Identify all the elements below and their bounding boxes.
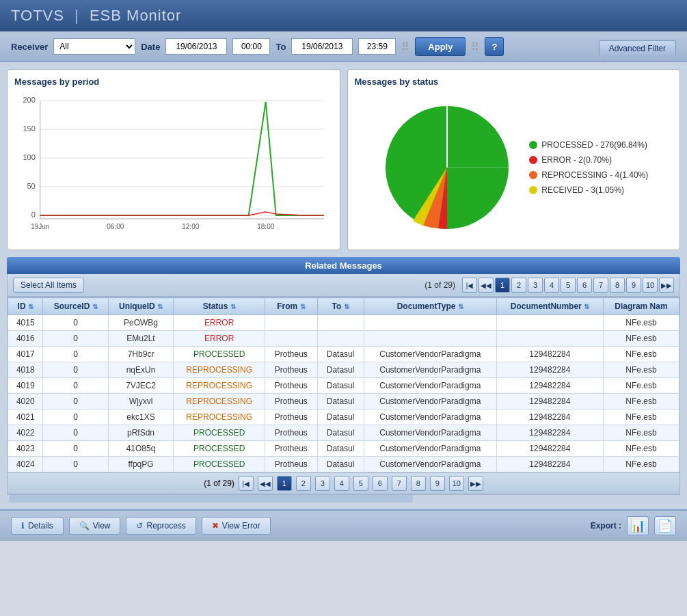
table-row[interactable]: 401707Hb9crPROCESSEDProtheusDatasulCusto… bbox=[8, 347, 679, 362]
col-doctype[interactable]: DocumentType ⇅ bbox=[364, 298, 496, 315]
page-7-btn[interactable]: 7 bbox=[593, 278, 608, 293]
bottom-page-8-btn[interactable]: 8 bbox=[411, 476, 426, 491]
col-to[interactable]: To ⇅ bbox=[317, 298, 364, 315]
time-to-input[interactable] bbox=[358, 38, 396, 55]
app-header: TOTVS | ESB Monitor bbox=[0, 0, 687, 31]
received-label: RECEIVED - 3(1.05%) bbox=[541, 185, 624, 195]
page-4-btn[interactable]: 4 bbox=[544, 278, 559, 293]
status-chart-panel: Messages by status bbox=[347, 69, 681, 250]
svg-text:12:00: 12:00 bbox=[182, 223, 199, 230]
export-excel-button[interactable]: 📊 bbox=[627, 516, 649, 535]
divider-icon: ⠿ bbox=[401, 40, 409, 53]
period-chart-svg: 200 150 100 50 0 19Jun 06:00 12:00 18:00 bbox=[14, 92, 333, 243]
select-all-button[interactable]: Select All Items bbox=[13, 278, 84, 293]
apply-button[interactable]: Apply bbox=[415, 37, 466, 56]
app-title: TOTVS | ESB Monitor bbox=[11, 7, 181, 25]
prev-page-btn[interactable]: ◀◀ bbox=[479, 278, 494, 293]
table-row[interactable]: 401907VJEC2REPROCESSINGProtheusDatasulCu… bbox=[8, 378, 679, 394]
bottom-page-2-btn[interactable]: 2 bbox=[296, 476, 311, 491]
period-chart-area: 200 150 100 50 0 19Jun 06:00 12:00 18:00 bbox=[14, 92, 333, 243]
reprocess-icon: ↺ bbox=[136, 521, 143, 531]
col-sourceid[interactable]: SourceID ⇅ bbox=[43, 298, 108, 315]
table-row[interactable]: 40200WjyxvlREPROCESSINGProtheusDatasulCu… bbox=[8, 394, 679, 410]
page-10-btn[interactable]: 10 bbox=[643, 278, 658, 293]
col-uniqueid[interactable]: UniqueID ⇅ bbox=[108, 298, 173, 315]
col-diagram[interactable]: Diagram Nam bbox=[603, 298, 679, 315]
page-2-btn[interactable]: 2 bbox=[511, 278, 526, 293]
data-table: ID ⇅ SourceID ⇅ UniqueID ⇅ Status ⇅ From… bbox=[8, 297, 679, 472]
table-row[interactable]: 40180nqExUnREPROCESSINGProtheusDatasulCu… bbox=[8, 362, 679, 378]
table-row[interactable]: 40160EMu2LtERRORNFe.esb bbox=[8, 331, 679, 347]
period-chart-title: Messages by period bbox=[14, 77, 333, 87]
details-button[interactable]: ℹ Details bbox=[11, 517, 64, 535]
col-id[interactable]: ID ⇅ bbox=[8, 298, 43, 315]
page-3-btn[interactable]: 3 bbox=[528, 278, 543, 293]
pagination-info-top: (1 of 29) bbox=[425, 280, 455, 290]
error-label: ERROR - 2(0.70%) bbox=[541, 155, 612, 165]
svg-text:150: 150 bbox=[23, 124, 35, 133]
bottom-page-5-btn[interactable]: 5 bbox=[353, 476, 368, 491]
svg-text:50: 50 bbox=[27, 182, 36, 190]
export-pdf-button[interactable]: 📄 bbox=[654, 516, 676, 535]
col-docnumber[interactable]: DocumentNumber ⇅ bbox=[496, 298, 603, 315]
time-from-input[interactable] bbox=[232, 38, 270, 55]
advanced-filter-tab[interactable]: Advanced Filter bbox=[599, 40, 676, 56]
legend-error: ERROR - 2(0.70%) bbox=[529, 155, 648, 165]
data-table-container: ID ⇅ SourceID ⇅ UniqueID ⇅ Status ⇅ From… bbox=[7, 297, 680, 473]
page-9-btn[interactable]: 9 bbox=[626, 278, 641, 293]
col-status[interactable]: Status ⇅ bbox=[174, 298, 265, 315]
table-row[interactable]: 40220pRfSdnPROCESSEDProtheusDatasulCusto… bbox=[8, 425, 679, 441]
bottom-page-7-btn[interactable]: 7 bbox=[392, 476, 407, 491]
table-row[interactable]: 4023041O85qPROCESSEDProtheusDatasulCusto… bbox=[8, 441, 679, 457]
pagination-bottom: (1 of 29) |◀ ◀◀ 1 2 3 4 5 6 7 8 9 10 ▶▶ bbox=[7, 473, 680, 494]
col-from[interactable]: From ⇅ bbox=[265, 298, 318, 315]
view-error-button[interactable]: ✖ View Error bbox=[202, 517, 271, 535]
processed-dot bbox=[529, 141, 537, 149]
reprocessing-label: REPROCESSING - 4(1.40%) bbox=[541, 170, 648, 180]
bottom-prev-page-btn[interactable]: ◀◀ bbox=[258, 476, 273, 491]
table-header-row: ID ⇅ SourceID ⇅ UniqueID ⇅ Status ⇅ From… bbox=[8, 298, 679, 315]
table-body: 40150PeOWBgERRORNFe.esb40160EMu2LtERRORN… bbox=[8, 315, 679, 472]
table-row[interactable]: 40150PeOWBgERRORNFe.esb bbox=[8, 315, 679, 331]
bottom-next-page-btn[interactable]: ▶▶ bbox=[468, 476, 483, 491]
page-6-btn[interactable]: 6 bbox=[577, 278, 592, 293]
table-row[interactable]: 40210ekc1XSREPROCESSINGProtheusDatasulCu… bbox=[8, 410, 679, 425]
bottom-page-1-btn[interactable]: 1 bbox=[277, 476, 292, 491]
bottom-page-10-btn[interactable]: 10 bbox=[449, 476, 464, 491]
info-icon: ℹ bbox=[21, 521, 25, 531]
bottom-page-6-btn[interactable]: 6 bbox=[373, 476, 388, 491]
next-page-btn[interactable]: ▶▶ bbox=[659, 278, 674, 293]
svg-text:0: 0 bbox=[31, 211, 36, 219]
svg-text:100: 100 bbox=[23, 153, 35, 161]
reprocess-button[interactable]: ↺ Reprocess bbox=[126, 517, 196, 535]
bottom-page-4-btn[interactable]: 4 bbox=[334, 476, 349, 491]
receiver-select[interactable]: All bbox=[53, 38, 135, 55]
received-dot bbox=[529, 186, 537, 194]
bottom-first-page-btn[interactable]: |◀ bbox=[239, 476, 254, 491]
separator: | bbox=[75, 7, 79, 24]
status-chart-area: PROCESSED - 276(96.84%) ERROR - 2(0.70%)… bbox=[355, 92, 673, 243]
period-chart-panel: Messages by period 200 150 100 50 0 19Ju… bbox=[7, 69, 340, 250]
to-label: To bbox=[275, 42, 286, 52]
horizontal-scrollbar[interactable] bbox=[7, 494, 680, 503]
date-from-input[interactable] bbox=[165, 38, 227, 55]
status-pie-svg bbox=[379, 99, 515, 236]
first-page-btn[interactable]: |◀ bbox=[462, 278, 477, 293]
view-button[interactable]: 🔍 View bbox=[69, 517, 121, 535]
help-button[interactable]: ? bbox=[485, 37, 504, 56]
legend-received: RECEIVED - 3(1.05%) bbox=[529, 185, 648, 195]
bottom-page-9-btn[interactable]: 9 bbox=[430, 476, 445, 491]
date-to-input[interactable] bbox=[291, 38, 353, 55]
table-row[interactable]: 40240ffpqPGPROCESSEDProtheusDatasulCusto… bbox=[8, 457, 679, 472]
pdf-icon: 📄 bbox=[658, 518, 673, 533]
pagination-info-bottom: (1 of 29) bbox=[204, 479, 234, 488]
page-8-btn[interactable]: 8 bbox=[610, 278, 625, 293]
page-1-btn[interactable]: 1 bbox=[495, 278, 510, 293]
filter-bar: Receiver All Date To ⠿ Apply ⠿ ? Advance… bbox=[0, 31, 687, 62]
legend-reprocessing: REPROCESSING - 4(1.40%) bbox=[529, 170, 648, 180]
bottom-page-3-btn[interactable]: 3 bbox=[315, 476, 330, 491]
bottom-toolbar: ℹ Details 🔍 View ↺ Reprocess ✖ View Erro… bbox=[0, 509, 687, 541]
page-5-btn[interactable]: 5 bbox=[561, 278, 576, 293]
reprocessing-dot bbox=[529, 171, 537, 179]
processed-label: PROCESSED - 276(96.84%) bbox=[541, 140, 647, 150]
